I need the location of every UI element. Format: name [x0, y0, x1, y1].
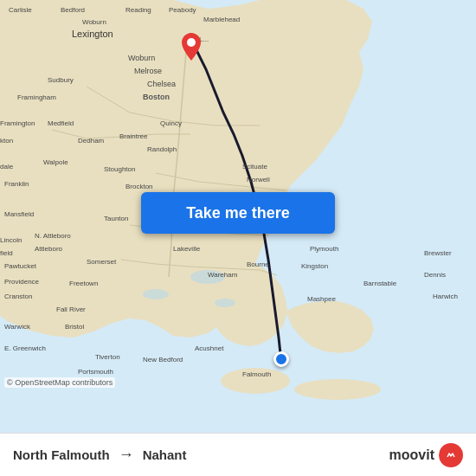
origin-dot: [273, 351, 289, 367]
svg-text:Portsmouth: Portsmouth: [78, 368, 113, 376]
svg-text:Fall River: Fall River: [56, 306, 86, 313]
svg-text:Harwich: Harwich: [433, 293, 458, 300]
svg-point-7: [143, 289, 169, 299]
map-container: Woburn Melrose Chelsea Boston Quincy Sud…: [0, 0, 476, 433]
moovit-icon: [439, 443, 463, 467]
svg-text:Reading: Reading: [125, 6, 151, 14]
svg-text:Dennis: Dennis: [424, 271, 446, 279]
svg-point-5: [294, 379, 381, 400]
svg-text:Dedham: Dedham: [78, 137, 105, 145]
svg-text:Bristol: Bristol: [65, 323, 84, 331]
svg-point-8: [215, 299, 235, 307]
take-me-there-button[interactable]: Take me there: [141, 192, 335, 234]
arrow-icon: →: [119, 446, 134, 464]
svg-text:Stoughton: Stoughton: [104, 165, 135, 173]
svg-text:Kingston: Kingston: [301, 262, 328, 270]
svg-text:Brockton: Brockton: [125, 183, 153, 190]
svg-text:Plymouth: Plymouth: [310, 245, 338, 253]
svg-text:Boston: Boston: [143, 93, 170, 101]
svg-text:Melrose: Melrose: [134, 67, 162, 75]
svg-text:Pawtucket: Pawtucket: [4, 262, 37, 270]
map-attribution: © OpenStreetMap contributors: [4, 377, 115, 388]
svg-text:dale: dale: [0, 163, 14, 170]
svg-text:Chelsea: Chelsea: [147, 80, 176, 88]
svg-text:Mashpee: Mashpee: [307, 295, 336, 303]
destination-pin: [182, 33, 201, 64]
svg-text:Bedford: Bedford: [61, 6, 85, 14]
svg-text:Providence: Providence: [4, 278, 40, 286]
svg-text:Medfield: Medfield: [48, 119, 74, 127]
svg-text:Mansfield: Mansfield: [4, 210, 34, 218]
svg-text:Lincoln: Lincoln: [0, 236, 22, 244]
svg-text:Somerset: Somerset: [87, 258, 117, 266]
svg-text:Brewster: Brewster: [424, 249, 452, 257]
svg-text:Framington: Framington: [0, 119, 35, 127]
svg-text:Woburn: Woburn: [128, 54, 155, 62]
svg-text:Quincy: Quincy: [160, 119, 182, 127]
origin-label: North Falmouth: [13, 447, 110, 462]
svg-text:Marblehead: Marblehead: [203, 16, 240, 23]
destination-label: Nahant: [143, 447, 187, 462]
svg-text:E. Greenwich: E. Greenwich: [4, 344, 46, 352]
svg-text:Peabody: Peabody: [169, 6, 196, 14]
moovit-logo: moovit: [389, 443, 463, 467]
svg-text:Carlisle: Carlisle: [9, 6, 32, 14]
svg-text:Woburn: Woburn: [82, 18, 106, 26]
svg-text:Cranston: Cranston: [4, 293, 32, 300]
route-info: North Falmouth → Nahant: [13, 446, 389, 464]
svg-text:N. Attleboro: N. Attleboro: [35, 232, 71, 240]
svg-text:Warwick: Warwick: [4, 323, 31, 331]
svg-text:Norwell: Norwell: [247, 176, 270, 183]
svg-point-67: [187, 38, 196, 47]
svg-text:Tiverton: Tiverton: [95, 353, 120, 361]
svg-text:Taunton: Taunton: [104, 215, 128, 222]
svg-text:Scituate: Scituate: [242, 163, 267, 170]
svg-text:Braintree: Braintree: [119, 132, 148, 140]
svg-text:Acushnet: Acushnet: [195, 344, 224, 352]
svg-text:Freetown: Freetown: [69, 280, 98, 287]
svg-text:Wareham: Wareham: [208, 271, 238, 279]
svg-text:field: field: [0, 249, 13, 257]
svg-text:kton: kton: [0, 137, 13, 145]
svg-text:Barnstable: Barnstable: [363, 280, 397, 287]
bottom-bar: North Falmouth → Nahant moovit: [0, 433, 476, 476]
svg-text:New Bedford: New Bedford: [143, 356, 183, 363]
svg-text:Attleboro: Attleboro: [35, 245, 63, 253]
svg-text:Falmouth: Falmouth: [242, 370, 271, 378]
svg-text:Lakeville: Lakeville: [173, 245, 201, 253]
svg-text:Bourne: Bourne: [247, 261, 269, 268]
svg-text:Sudbury: Sudbury: [48, 76, 74, 84]
svg-text:Framingham: Framingham: [17, 93, 56, 101]
svg-text:Walpole: Walpole: [43, 158, 68, 166]
moovit-text: moovit: [389, 447, 434, 463]
svg-text:Franklin: Franklin: [4, 180, 29, 188]
svg-text:Randolph: Randolph: [147, 145, 177, 153]
